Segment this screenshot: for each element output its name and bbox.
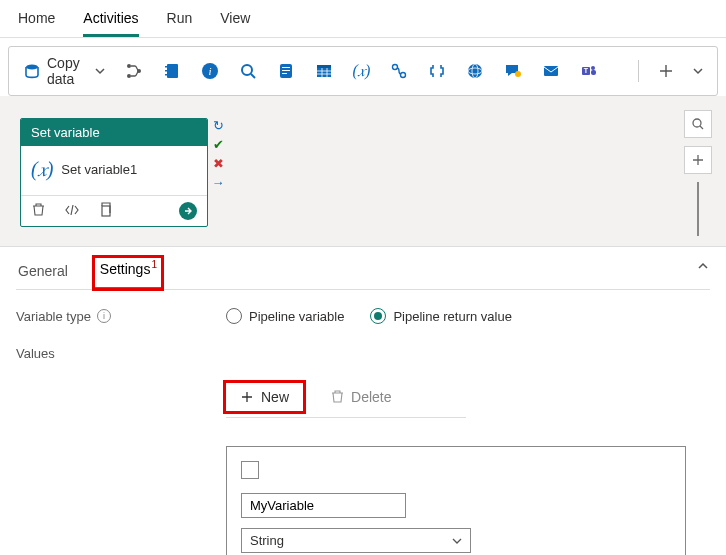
bracket-icon[interactable] — [428, 62, 446, 80]
script-icon[interactable] — [277, 62, 295, 80]
svg-point-0 — [26, 65, 38, 70]
table-icon[interactable] — [315, 62, 333, 80]
svg-rect-4 — [167, 64, 178, 78]
svg-point-29 — [693, 119, 701, 127]
divider — [226, 417, 466, 418]
plus-icon — [240, 390, 254, 404]
code-icon[interactable] — [64, 203, 80, 220]
svg-rect-7 — [165, 74, 168, 76]
svg-rect-23 — [544, 66, 558, 76]
svg-rect-14 — [282, 73, 287, 74]
variable-icon: (𝑥) — [31, 158, 53, 181]
card-side-handles: ↻ ✔ ✖ → — [210, 118, 226, 190]
variable-type-label: Variable type — [16, 309, 91, 324]
radio-pipeline-return-value[interactable]: Pipeline return value — [370, 308, 512, 324]
info-icon[interactable]: i — [97, 309, 111, 323]
add-chevron-icon[interactable] — [693, 66, 703, 76]
canvas-search-button[interactable] — [684, 110, 712, 138]
variable-name-input[interactable] — [241, 493, 406, 518]
delete-button[interactable]: Delete — [317, 383, 405, 411]
toolbar-divider — [638, 60, 639, 82]
svg-rect-13 — [282, 70, 290, 71]
chevron-down-icon — [452, 536, 462, 546]
search-icon[interactable] — [239, 62, 257, 80]
properties-panel: General Settings1 Variable type i Pipeli… — [0, 246, 726, 555]
svg-point-26 — [591, 66, 595, 70]
handle-fail-icon[interactable]: ✖ — [210, 156, 226, 171]
top-nav: Home Activities Run View — [0, 0, 726, 38]
run-icon[interactable] — [179, 202, 197, 220]
nav-tab-home[interactable]: Home — [18, 6, 55, 37]
copy-data-label: Copy data — [47, 55, 89, 87]
activity-card[interactable]: Set variable (𝑥) Set variable1 — [20, 118, 208, 227]
flow-icon[interactable] — [390, 62, 408, 80]
nav-tab-view[interactable]: View — [220, 6, 250, 37]
new-button-label: New — [261, 389, 289, 405]
variable-type-value: String — [250, 533, 284, 548]
tab-settings[interactable]: Settings1 — [94, 257, 162, 289]
svg-point-19 — [468, 64, 482, 78]
new-button[interactable]: New — [226, 383, 303, 411]
copy-icon[interactable] — [98, 202, 112, 220]
delete-icon[interactable] — [31, 202, 46, 220]
svg-rect-28 — [102, 206, 110, 216]
activity-name: Set variable1 — [61, 162, 137, 177]
collapse-panel-button[interactable] — [696, 259, 710, 276]
delete-button-label: Delete — [351, 389, 391, 405]
zoom-track[interactable] — [697, 182, 699, 236]
svg-rect-5 — [165, 66, 168, 68]
branch-icon[interactable] — [125, 62, 143, 80]
nav-tab-activities[interactable]: Activities — [83, 6, 138, 37]
handle-skip-icon[interactable]: → — [210, 175, 226, 190]
values-editor: String — [226, 446, 686, 555]
svg-rect-12 — [282, 67, 290, 68]
svg-point-22 — [515, 71, 521, 77]
canvas-add-button[interactable] — [684, 146, 712, 174]
trash-icon — [331, 390, 344, 404]
svg-text:T: T — [584, 67, 589, 74]
pipeline-canvas[interactable]: Set variable (𝑥) Set variable1 ↻ ✔ ✖ → — [0, 96, 726, 246]
toolbar: Copy data i (𝑥) T — [8, 46, 718, 96]
tab-general[interactable]: General — [16, 257, 70, 289]
values-label: Values — [16, 346, 55, 361]
row-checkbox[interactable] — [241, 461, 259, 479]
add-button[interactable] — [659, 64, 673, 78]
variable-icon[interactable]: (𝑥) — [353, 62, 371, 80]
tab-settings-badge: 1 — [151, 259, 157, 270]
notebook-icon[interactable] — [163, 62, 181, 80]
svg-point-10 — [242, 65, 252, 75]
radio-pipeline-return-value-label: Pipeline return value — [393, 309, 512, 324]
radio-pipeline-variable-label: Pipeline variable — [249, 309, 344, 324]
svg-point-18 — [401, 73, 406, 78]
teams-icon[interactable]: T — [580, 62, 598, 80]
svg-point-17 — [393, 65, 398, 70]
svg-point-2 — [127, 74, 131, 78]
chevron-down-icon — [95, 66, 105, 76]
mail-icon[interactable] — [542, 62, 560, 80]
svg-rect-27 — [591, 70, 596, 75]
copy-data-button[interactable]: Copy data — [23, 55, 105, 87]
svg-point-1 — [127, 64, 131, 68]
variable-type-select[interactable]: String — [241, 528, 471, 553]
svg-text:i: i — [208, 65, 211, 77]
tab-settings-label: Settings — [100, 261, 151, 277]
handle-loop-icon[interactable]: ↻ — [210, 118, 226, 133]
info-icon[interactable]: i — [201, 62, 219, 80]
activity-type-label: Set variable — [21, 119, 207, 146]
radio-pipeline-variable[interactable]: Pipeline variable — [226, 308, 344, 324]
globe-icon[interactable] — [466, 62, 484, 80]
chat-icon[interactable] — [504, 62, 522, 80]
nav-tab-run[interactable]: Run — [167, 6, 193, 37]
database-icon — [23, 62, 41, 80]
svg-rect-6 — [165, 70, 168, 72]
handle-success-icon[interactable]: ✔ — [210, 137, 226, 152]
svg-rect-16 — [317, 65, 331, 68]
